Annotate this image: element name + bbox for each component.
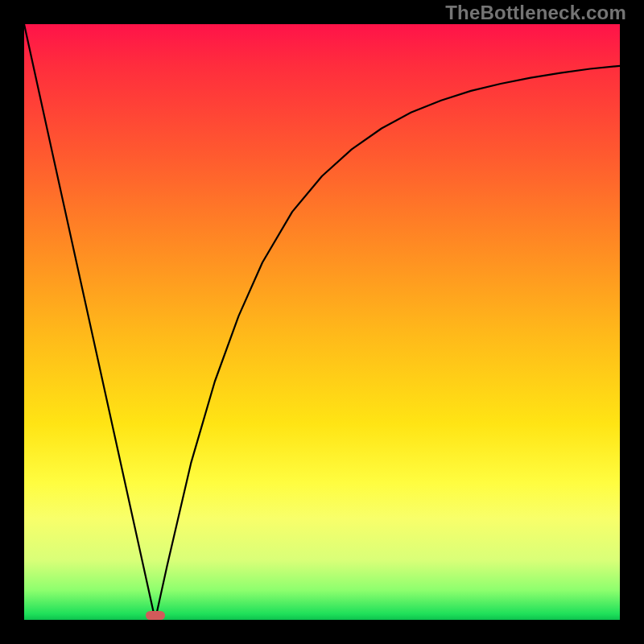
minimum-marker xyxy=(146,611,165,620)
watermark-text: TheBottleneck.com xyxy=(445,2,626,24)
curve-svg xyxy=(24,24,620,620)
chart-container: TheBottleneck.com xyxy=(0,0,644,644)
curve-path xyxy=(24,24,620,620)
plot-area xyxy=(24,24,620,620)
